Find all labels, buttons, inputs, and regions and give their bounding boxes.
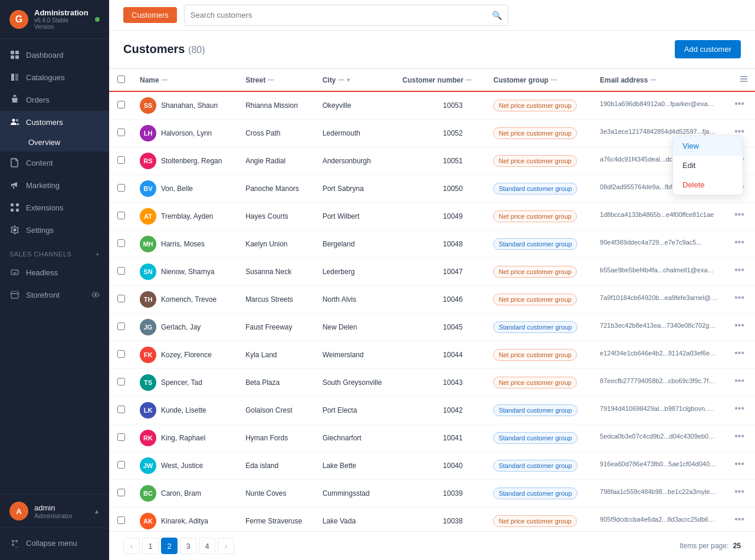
admin-chevron-icon[interactable]: ▲ bbox=[94, 508, 100, 515]
row-checkbox[interactable] bbox=[117, 156, 125, 164]
header-customer-number[interactable]: Customer number ••• bbox=[395, 69, 486, 91]
sidebar-item-storefront[interactable]: Storefront bbox=[0, 284, 109, 306]
row-checkbox-cell[interactable] bbox=[109, 91, 133, 120]
city-cell: Giechnarfort bbox=[316, 424, 396, 452]
page-3-button[interactable]: 3 bbox=[180, 538, 196, 554]
header-name[interactable]: Name ••• bbox=[133, 69, 238, 91]
number-cell: 10048 bbox=[395, 230, 486, 258]
email-cell: 721b3ec42b8e413ea...7340e08c702gmacajoni… bbox=[593, 314, 755, 337]
sidebar-item-dashboard[interactable]: Dashboard bbox=[0, 44, 109, 66]
row-action-menu[interactable]: ••• bbox=[731, 347, 748, 360]
number-col-options[interactable]: ••• bbox=[466, 77, 472, 83]
email-col-options[interactable]: ••• bbox=[650, 77, 656, 83]
row-action-menu[interactable]: ••• bbox=[731, 319, 748, 332]
table-row: JW West, Justice Eda island Lake Bette 1… bbox=[109, 452, 755, 480]
row-checkbox-cell[interactable] bbox=[109, 397, 133, 424]
row-checkbox[interactable] bbox=[117, 406, 125, 413]
row-checkbox[interactable] bbox=[117, 295, 125, 302]
row-checkbox[interactable] bbox=[117, 433, 125, 441]
row-checkbox-cell[interactable] bbox=[109, 147, 133, 175]
row-checkbox-cell[interactable] bbox=[109, 369, 133, 397]
street-col-options[interactable]: ••• bbox=[268, 77, 274, 83]
row-checkbox[interactable] bbox=[117, 461, 125, 469]
row-checkbox[interactable] bbox=[117, 350, 125, 358]
sidebar-item-customers[interactable]: Customers bbox=[0, 111, 109, 133]
row-action-menu[interactable]: ••• bbox=[731, 513, 748, 526]
row-action-menu[interactable]: ••• bbox=[731, 208, 748, 221]
sidebar-item-marketing[interactable]: Marketing bbox=[0, 174, 109, 196]
row-action-menu[interactable]: ••• bbox=[731, 263, 748, 276]
name-cell: AT Tremblay, Ayden bbox=[133, 203, 238, 230]
page-1-button[interactable]: 1 bbox=[142, 538, 159, 554]
row-action-menu[interactable]: ••• bbox=[731, 236, 748, 249]
email-value: 798faa1c559c484b98...be1c22a3mylenie.pan… bbox=[600, 488, 718, 495]
sidebar-item-headless[interactable]: Headless bbox=[0, 261, 109, 284]
add-customer-button[interactable]: Add customer bbox=[675, 40, 741, 58]
row-checkbox[interactable] bbox=[117, 378, 125, 386]
row-checkbox-cell[interactable] bbox=[109, 480, 133, 508]
email-cell: 5edca0b3e07c4cd9b2...d04c4309eb0b8dfhenc… bbox=[593, 424, 755, 448]
row-checkbox[interactable] bbox=[117, 101, 125, 108]
email-value: 905f9dcdccba4e6da2...8d3acrc25db6pom443@… bbox=[600, 516, 718, 523]
page-4-button[interactable]: 4 bbox=[199, 538, 215, 554]
row-checkbox[interactable] bbox=[117, 267, 125, 275]
svg-rect-17 bbox=[740, 81, 747, 82]
header-customer-group[interactable]: Customer group ••• bbox=[486, 69, 593, 91]
page-2-button[interactable]: 2 bbox=[161, 538, 178, 554]
sales-channels-section: Sales Channels + bbox=[0, 241, 109, 261]
context-menu-view[interactable]: View bbox=[673, 136, 743, 156]
row-checkbox-cell[interactable] bbox=[109, 314, 133, 341]
row-checkbox[interactable] bbox=[117, 212, 125, 219]
row-checkbox[interactable] bbox=[117, 129, 125, 136]
sidebar-item-catalogues[interactable]: Catalogues bbox=[0, 66, 109, 88]
row-action-menu[interactable]: ••• bbox=[731, 485, 748, 498]
search-input[interactable] bbox=[191, 11, 487, 19]
sidebar-item-settings[interactable]: Settings bbox=[0, 219, 109, 241]
row-checkbox-cell[interactable] bbox=[109, 230, 133, 258]
row-checkbox-cell[interactable] bbox=[109, 508, 133, 532]
header-city[interactable]: City ••• ▾ bbox=[316, 69, 396, 91]
sidebar-item-content[interactable]: Content bbox=[0, 151, 109, 174]
row-checkbox-cell[interactable] bbox=[109, 452, 133, 480]
row-checkbox-cell[interactable] bbox=[109, 175, 133, 203]
col-toggle-icon[interactable] bbox=[740, 75, 748, 85]
select-all-checkbox[interactable] bbox=[117, 75, 125, 83]
header-email[interactable]: Email address ••• bbox=[593, 69, 755, 91]
row-checkbox[interactable] bbox=[117, 516, 125, 524]
row-checkbox-cell[interactable] bbox=[109, 424, 133, 452]
prev-page-button[interactable]: ‹ bbox=[123, 538, 140, 554]
row-checkbox-cell[interactable] bbox=[109, 286, 133, 314]
row-action-menu[interactable]: ••• bbox=[731, 457, 748, 470]
row-checkbox[interactable] bbox=[117, 322, 125, 330]
row-checkbox-cell[interactable] bbox=[109, 258, 133, 286]
row-checkbox[interactable] bbox=[117, 184, 125, 192]
sidebar-item-orders[interactable]: Orders bbox=[0, 88, 109, 111]
header-street[interactable]: Street ••• bbox=[238, 69, 316, 91]
add-sales-channel-icon[interactable]: + bbox=[96, 251, 100, 258]
email-value: 3e3a1ece12174842854d4d52597...fjamaa85@e… bbox=[600, 128, 718, 135]
table-row: FK Kozey, Florence Kyla Land Weimersland… bbox=[109, 341, 755, 369]
header-select-all[interactable] bbox=[109, 69, 133, 91]
group-col-options[interactable]: ••• bbox=[551, 77, 557, 83]
name-col-options[interactable]: ••• bbox=[162, 77, 168, 83]
context-menu-edit[interactable]: Edit bbox=[673, 156, 743, 175]
collapse-menu-button[interactable]: Collapse menu bbox=[9, 533, 100, 553]
row-action-menu[interactable]: ••• bbox=[731, 97, 748, 110]
sidebar-item-extensions[interactable]: Extensions bbox=[0, 196, 109, 219]
name-cell: SN Nienow, Sharnya bbox=[133, 258, 238, 286]
row-checkbox-cell[interactable] bbox=[109, 120, 133, 147]
row-checkbox[interactable] bbox=[117, 489, 125, 496]
context-menu-delete[interactable]: Delete bbox=[673, 175, 743, 195]
email-cell: 87eecfb277794058b2...cbo69c3f9c.7f5earle… bbox=[593, 369, 755, 393]
sidebar-subitem-overview[interactable]: Overview bbox=[0, 133, 109, 151]
row-action-menu[interactable]: ••• bbox=[731, 430, 748, 443]
row-action-menu[interactable]: ••• bbox=[731, 402, 748, 415]
row-checkbox-cell[interactable] bbox=[109, 203, 133, 230]
next-page-button[interactable]: › bbox=[218, 538, 234, 554]
search-tab-customers[interactable]: Customers bbox=[123, 7, 177, 23]
city-col-options[interactable]: ••• bbox=[338, 77, 344, 83]
row-action-menu[interactable]: ••• bbox=[731, 291, 748, 304]
row-checkbox[interactable] bbox=[117, 239, 125, 247]
row-checkbox-cell[interactable] bbox=[109, 341, 133, 369]
row-action-menu[interactable]: ••• bbox=[731, 374, 748, 387]
